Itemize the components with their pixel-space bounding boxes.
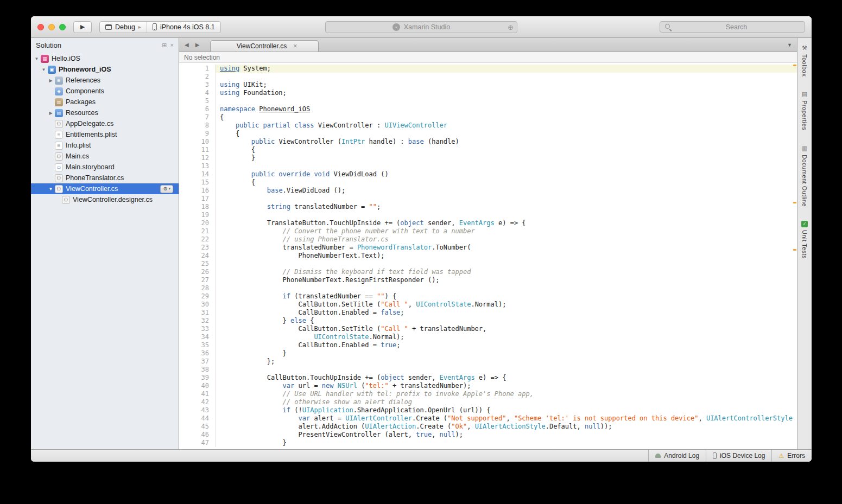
code-line[interactable]: 21 // Convert the phone number with text…: [179, 227, 797, 235]
navigate-back-icon[interactable]: ◀: [185, 42, 189, 48]
line-number[interactable]: 37: [179, 358, 216, 366]
tree-item-hello-ios[interactable]: ▼Hello.iOS: [31, 53, 179, 64]
dock-tab-outline[interactable]: ▥Document Outline: [801, 145, 808, 207]
line-number[interactable]: 5: [179, 97, 216, 105]
code-line[interactable]: 44 var alert = UIAlertController.Create …: [179, 414, 797, 423]
code-line[interactable]: 32 } else {: [179, 317, 797, 325]
code-line[interactable]: 2: [179, 73, 797, 81]
code-line[interactable]: 15 {: [179, 178, 797, 187]
line-number[interactable]: 22: [179, 235, 216, 244]
code-line[interactable]: 11 {: [179, 146, 797, 154]
line-number[interactable]: 9: [179, 130, 216, 138]
line-number[interactable]: 47: [179, 439, 216, 447]
line-number[interactable]: 19: [179, 211, 216, 219]
disclosure-open-icon[interactable]: ▼: [33, 56, 40, 61]
code-line[interactable]: 29 if (translatedNumber == "") {: [179, 292, 797, 301]
android-log-button[interactable]: Android Log: [648, 450, 706, 462]
disclosure-closed-icon[interactable]: ▶: [47, 78, 54, 83]
code-line[interactable]: 16 base.ViewDidLoad ();: [179, 187, 797, 195]
code-line[interactable]: 37 };: [179, 358, 797, 366]
breadcrumb[interactable]: No selection: [179, 52, 797, 63]
code-line[interactable]: 17: [179, 195, 797, 203]
tab-viewcontroller-cs[interactable]: ViewController.cs ×: [210, 40, 319, 52]
change-marker[interactable]: [793, 65, 796, 66]
code-line[interactable]: 9 {: [179, 130, 797, 138]
configuration-dropdown[interactable]: Debug ▸: [100, 22, 147, 33]
code-line[interactable]: 4using Foundation;: [179, 89, 797, 97]
line-number[interactable]: 46: [179, 431, 216, 439]
code-line[interactable]: 45 alert.AddAction (UIAlertAction.Create…: [179, 423, 797, 431]
code-line[interactable]: 28: [179, 284, 797, 292]
code-line[interactable]: 40 var url = new NSUrl ("tel:" + transla…: [179, 382, 797, 390]
item-options-button[interactable]: ⚙▾: [160, 185, 173, 193]
code-line[interactable]: 46 PresentViewController (alert, true, n…: [179, 431, 797, 439]
line-number[interactable]: 16: [179, 187, 216, 195]
close-tab-icon[interactable]: ×: [293, 42, 297, 50]
code-line[interactable]: 35 CallButton.Enabled = true;: [179, 341, 797, 349]
code-line[interactable]: 26 // Dismiss the keyboard if text field…: [179, 268, 797, 276]
line-number[interactable]: 42: [179, 398, 216, 406]
line-number[interactable]: 2: [179, 73, 216, 81]
status-action-icon[interactable]: ⊕: [508, 23, 514, 31]
code-line[interactable]: 7{: [179, 113, 797, 122]
code-line[interactable]: 12 }: [179, 154, 797, 162]
line-number[interactable]: 36: [179, 349, 216, 358]
disclosure-open-icon[interactable]: ▼: [47, 187, 54, 192]
line-number[interactable]: 31: [179, 309, 216, 317]
code-line[interactable]: 20 TranslateButton.TouchUpInside += (obj…: [179, 219, 797, 227]
code-line[interactable]: 30 CallButton.SetTitle ("Call ", UIContr…: [179, 301, 797, 309]
code-line[interactable]: 18 string translatedNumber = "";: [179, 203, 797, 211]
dock-tab-properties[interactable]: ▤Properties: [801, 91, 808, 130]
tree-item-viewcontroller-cs[interactable]: ▼ViewController.cs⚙▾: [31, 183, 179, 194]
tab-overflow-icon[interactable]: ▼: [787, 42, 792, 48]
code-line[interactable]: 1using System;: [179, 65, 797, 73]
line-number[interactable]: 3: [179, 81, 216, 89]
code-line[interactable]: 36 }: [179, 349, 797, 358]
line-number[interactable]: 40: [179, 382, 216, 390]
tree-item-components[interactable]: Components: [31, 86, 179, 97]
code-line[interactable]: 22 // using PhoneTranslator.cs: [179, 235, 797, 244]
line-number[interactable]: 35: [179, 341, 216, 349]
dock-tab-unittests[interactable]: ✓Unit Tests: [801, 221, 808, 259]
line-number[interactable]: 41: [179, 390, 216, 398]
tree-item-viewcontroller-designer-cs[interactable]: ViewController.designer.cs: [31, 194, 179, 205]
code-line[interactable]: 10 public ViewController (IntPtr handle)…: [179, 138, 797, 146]
code-editor[interactable]: 1using System;23using UIKit;4using Found…: [179, 63, 797, 449]
code-line[interactable]: 24 PhoneNumberText.Text);: [179, 252, 797, 260]
line-number[interactable]: 13: [179, 162, 216, 170]
code-line[interactable]: 43 if (!UIApplication.SharedApplication.…: [179, 406, 797, 414]
line-number[interactable]: 21: [179, 227, 216, 235]
disclosure-open-icon[interactable]: ▼: [40, 67, 47, 72]
tree-item-resources[interactable]: ▶Resources: [31, 107, 179, 118]
code-line[interactable]: 25: [179, 260, 797, 268]
global-search[interactable]: [660, 21, 805, 33]
line-number[interactable]: 30: [179, 301, 216, 309]
dock-tab-toolbox[interactable]: ⚒Toolbox: [801, 44, 808, 76]
line-number[interactable]: 29: [179, 292, 216, 301]
line-number[interactable]: 8: [179, 122, 216, 130]
line-number[interactable]: 23: [179, 244, 216, 252]
tree-item-entitlements-plist[interactable]: Entitlements.plist: [31, 129, 179, 140]
line-number[interactable]: 27: [179, 276, 216, 284]
line-number[interactable]: 6: [179, 105, 216, 113]
close-window-button[interactable]: [37, 24, 44, 30]
code-line[interactable]: 14 public override void ViewDidLoad (): [179, 170, 797, 178]
line-number[interactable]: 10: [179, 138, 216, 146]
line-number[interactable]: 45: [179, 423, 216, 431]
code-line[interactable]: 5: [179, 97, 797, 105]
line-number[interactable]: 43: [179, 406, 216, 414]
line-number[interactable]: 34: [179, 333, 216, 341]
line-number[interactable]: 26: [179, 268, 216, 276]
line-number[interactable]: 7: [179, 113, 216, 122]
line-number[interactable]: 4: [179, 89, 216, 97]
dock-pad-icon[interactable]: ⊞: [162, 42, 167, 49]
close-pad-icon[interactable]: ×: [170, 42, 174, 48]
line-number[interactable]: 15: [179, 178, 216, 187]
code-line[interactable]: 39 CallButton.TouchUpInside += (object s…: [179, 374, 797, 382]
change-marker[interactable]: [793, 202, 796, 203]
errors-log-button[interactable]: ⚠Errors: [771, 450, 812, 462]
code-line[interactable]: 47 }: [179, 439, 797, 447]
code-line[interactable]: 13: [179, 162, 797, 170]
navigate-forward-icon[interactable]: ▶: [195, 42, 200, 48]
tree-item-info-plist[interactable]: Info.plist: [31, 140, 179, 151]
